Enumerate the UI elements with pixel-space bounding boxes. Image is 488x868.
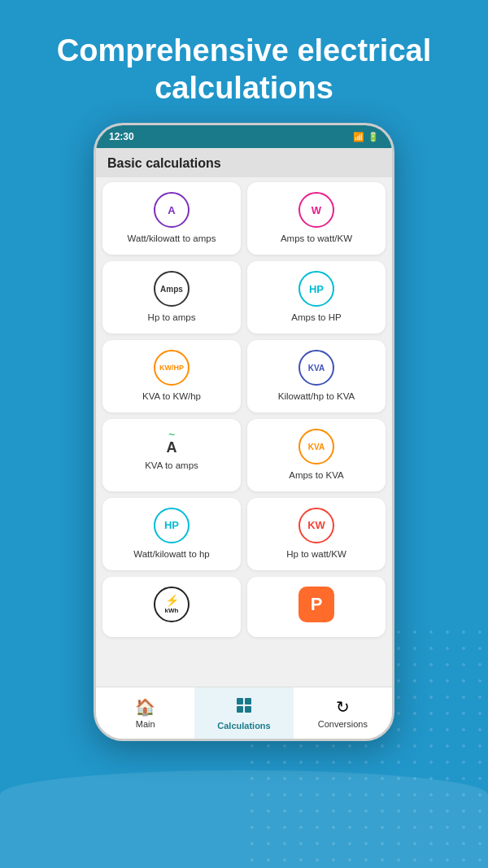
phone-mockup: 12:30 📶 🔋 Basic calculations A Watt/kilo… <box>0 123 488 741</box>
svg-rect-1 <box>245 698 251 704</box>
wifi-icon: 📶 <box>353 132 364 142</box>
hp-to-amps-label: Hp to amps <box>148 312 196 324</box>
kva-to-kwhp-icon: KW/HP <box>154 350 190 386</box>
amps-to-kva-label: Amps to KVA <box>289 469 344 482</box>
main-icon: 🏠 <box>135 697 155 717</box>
card-p-calc[interactable]: P <box>247 577 386 637</box>
kva-to-amps-icon: ~ A <box>167 429 177 455</box>
cards-grid-container: A Watt/kilowatt to amps W Amps to watt/K… <box>96 177 392 687</box>
phone-frame: 12:30 📶 🔋 Basic calculations A Watt/kilo… <box>94 123 394 741</box>
card-watt-to-amps[interactable]: A Watt/kilowatt to amps <box>102 182 241 255</box>
kilowatt-to-kva-label: Kilowatt/hp to KVA <box>278 390 355 403</box>
status-bar: 12:30 📶 🔋 <box>96 125 392 148</box>
watt-to-hp-label: Watt/kilowatt to hp <box>133 548 210 560</box>
cards-grid: A Watt/kilowatt to amps W Amps to watt/K… <box>102 182 386 637</box>
amps-to-hp-icon: HP <box>298 271 334 307</box>
card-kva-to-kwhp[interactable]: KW/HP KVA to KW/hp <box>102 340 241 412</box>
svg-rect-0 <box>237 698 243 704</box>
nav-calculations[interactable]: Calculations <box>194 687 293 739</box>
card-amps-to-watt[interactable]: W Amps to watt/KW <box>247 182 386 255</box>
nav-conversions[interactable]: ↻ Conversions <box>294 687 392 739</box>
conversions-label: Conversions <box>318 719 368 729</box>
card-hp-to-watt[interactable]: KW Hp to watt/KW <box>247 498 386 570</box>
power-kwh-icon: ⚡ kWh <box>154 587 190 622</box>
svg-rect-2 <box>237 706 243 713</box>
card-kilowatt-to-kva[interactable]: KVA Kilowatt/hp to KVA <box>247 340 386 412</box>
conversions-icon: ↻ <box>336 697 350 717</box>
kilowatt-to-kva-icon: KVA <box>298 350 334 386</box>
header: Comprehensive electrical calculations <box>0 0 488 123</box>
section-header: Basic calculations <box>96 148 392 177</box>
kva-to-amps-label: KVA to amps <box>145 460 198 472</box>
status-icons: 📶 🔋 <box>353 132 379 142</box>
battery-icon: 🔋 <box>368 132 379 142</box>
p-calc-icon: P <box>298 587 334 622</box>
watt-to-hp-icon: HP <box>154 508 190 543</box>
watt-to-amps-icon: A <box>154 192 190 228</box>
status-time: 12:30 <box>109 131 134 142</box>
nav-main[interactable]: 🏠 Main <box>96 687 194 739</box>
kva-to-kwhp-label: KVA to KW/hp <box>142 390 201 403</box>
card-amps-to-hp[interactable]: HP Amps to HP <box>247 261 386 334</box>
card-hp-to-amps[interactable]: Amps Hp to amps <box>102 261 241 334</box>
watt-to-amps-label: Watt/kilowatt to amps <box>128 233 216 245</box>
amps-to-hp-label: Amps to HP <box>291 312 341 324</box>
card-kva-to-amps[interactable]: ~ A KVA to amps <box>102 419 241 491</box>
card-amps-to-kva[interactable]: KVA Amps to KVA <box>247 419 386 491</box>
card-watt-to-hp[interactable]: HP Watt/kilowatt to hp <box>102 498 241 570</box>
card-power-kwh[interactable]: ⚡ kWh <box>102 577 241 637</box>
hp-to-amps-icon: Amps <box>154 271 190 307</box>
amps-to-watt-icon: W <box>298 192 334 228</box>
svg-rect-3 <box>245 706 251 713</box>
section-title: Basic calculations <box>107 156 221 170</box>
amps-to-watt-label: Amps to watt/KW <box>281 233 352 245</box>
amps-to-kva-icon: KVA <box>298 429 334 465</box>
bottom-nav: 🏠 Main Calculations ↻ <box>96 687 392 739</box>
main-label: Main <box>136 719 155 729</box>
calculations-icon <box>235 696 253 718</box>
header-title: Comprehensive electrical calculations <box>33 33 455 107</box>
app-content: Basic calculations A Watt/kilowatt to am… <box>96 148 392 739</box>
hp-to-watt-icon: KW <box>298 508 334 543</box>
hp-to-watt-label: Hp to watt/KW <box>286 548 346 560</box>
calculations-label: Calculations <box>217 721 270 731</box>
